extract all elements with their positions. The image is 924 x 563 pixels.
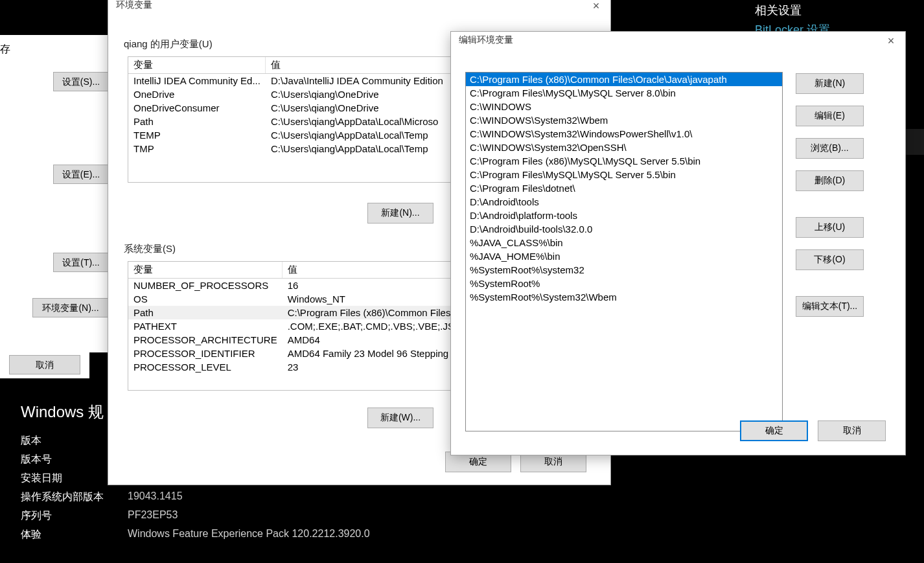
- bg-strip: 取消: [0, 352, 89, 378]
- settings-s-button[interactable]: 设置(S)...: [53, 72, 109, 91]
- var-name-cell: IntelliJ IDEA Community Ed...: [128, 74, 266, 88]
- var-name-cell: PROCESSOR_ARCHITECTURE: [128, 333, 283, 347]
- settings-e-button[interactable]: 设置(E)...: [53, 165, 109, 184]
- col-var-header[interactable]: 变量: [128, 57, 266, 74]
- spec-row: 序列号PF23EP53: [21, 509, 370, 523]
- path-item[interactable]: C:\Program Files (x86)\MySQL\MySQL Serve…: [466, 154, 782, 168]
- edit-text-button[interactable]: 编辑文本(T)...: [796, 296, 864, 317]
- bg-strip: 设置(T)...: [0, 250, 110, 276]
- move-up-button[interactable]: 上移(U): [796, 217, 864, 238]
- spec-row: 操作系统内部版本19043.1415: [21, 490, 370, 504]
- path-item[interactable]: %SystemRoot%\system32: [466, 263, 782, 277]
- cancel-bg-button[interactable]: 取消: [9, 355, 80, 374]
- path-item[interactable]: C:\Program Files (x86)\Common Files\Orac…: [466, 73, 782, 86]
- spec-label: 体验: [21, 528, 128, 542]
- edit-ok-button[interactable]: 确定: [740, 420, 808, 441]
- path-item[interactable]: C:\WINDOWS\System32\OpenSSH\: [466, 141, 782, 154]
- sys-vars-label: 系统变量(S): [124, 243, 176, 255]
- var-name-cell: Path: [128, 115, 266, 128]
- related-settings-label: 相关设置: [755, 3, 802, 18]
- var-name-cell: Path: [128, 306, 283, 319]
- path-item[interactable]: %SystemRoot%\System32\Wbem: [466, 290, 782, 304]
- path-item[interactable]: %SystemRoot%: [466, 277, 782, 290]
- bg-strip: 存: [0, 35, 110, 66]
- spec-label: 序列号: [21, 509, 128, 523]
- var-name-cell: NUMBER_OF_PROCESSORS: [128, 279, 283, 293]
- edit-path-button[interactable]: 编辑(E): [796, 106, 864, 126]
- var-name-cell: PROCESSOR_LEVEL: [128, 360, 283, 374]
- path-item[interactable]: D:\Android\build-tools\32.0.0: [466, 222, 782, 236]
- path-item[interactable]: %JAVA_HOME%\bin: [466, 249, 782, 263]
- bg-strip: 设置(S)...: [0, 66, 110, 97]
- path-item[interactable]: C:\Program Files\dotnet\: [466, 181, 782, 195]
- new-user-var-button[interactable]: 新建(N)...: [367, 203, 433, 224]
- path-item[interactable]: %JAVA_CLASS%\bin: [466, 236, 782, 249]
- new-path-button[interactable]: 新建(N): [796, 73, 864, 94]
- bg-strip: [0, 97, 110, 162]
- bg-strip: [0, 188, 110, 250]
- bg-strip: [0, 321, 110, 352]
- save-label: 存: [0, 43, 10, 56]
- spec-row: 体验Windows Feature Experience Pack 120.22…: [21, 528, 370, 542]
- var-name-cell: OneDrive: [128, 87, 266, 101]
- var-name-cell: PROCESSOR_IDENTIFIER: [128, 347, 283, 360]
- var-name-cell: TMP: [128, 142, 266, 155]
- path-item[interactable]: C:\Program Files\MySQL\MySQL Server 5.5\…: [466, 168, 782, 181]
- user-vars-label: qiang 的用户变量(U): [124, 38, 213, 51]
- path-item[interactable]: D:\Android\tools: [466, 195, 782, 209]
- path-item[interactable]: D:\Android\platform-tools: [466, 209, 782, 222]
- var-name-cell: OneDriveConsumer: [128, 101, 266, 115]
- path-item[interactable]: C:\Program Files\MySQL\MySQL Server 8.0\…: [466, 86, 782, 100]
- path-item[interactable]: C:\WINDOWS\System32\WindowsPowerShell\v1…: [466, 127, 782, 141]
- edit-cancel-button[interactable]: 取消: [818, 420, 886, 441]
- new-sys-var-button[interactable]: 新建(W)...: [367, 408, 433, 428]
- settings-t-button[interactable]: 设置(T)...: [53, 253, 109, 272]
- edit-dialog-title: 编辑环境变量: [459, 34, 513, 46]
- close-icon[interactable]: ×: [881, 34, 901, 50]
- var-name-cell: TEMP: [128, 128, 266, 142]
- delete-path-button[interactable]: 删除(D): [796, 170, 864, 191]
- env-dialog-title: 环境变量: [116, 0, 152, 11]
- move-down-button[interactable]: 下移(O): [796, 249, 864, 270]
- env-vars-button[interactable]: 环境变量(N)...: [32, 298, 109, 317]
- close-icon[interactable]: ×: [586, 0, 606, 15]
- var-name-cell: PATHEXT: [128, 319, 283, 333]
- path-item[interactable]: C:\WINDOWS: [466, 100, 782, 113]
- path-item[interactable]: C:\WINDOWS\System32\Wbem: [466, 113, 782, 127]
- var-name-cell: OS: [128, 292, 283, 306]
- spec-value: Windows Feature Experience Pack 120.2212…: [128, 528, 370, 542]
- edit-env-dialog: 编辑环境变量 × C:\Program Files (x86)\Common F…: [450, 31, 906, 455]
- path-listbox[interactable]: C:\Program Files (x86)\Common Files\Orac…: [465, 72, 783, 431]
- spec-value: 19043.1415: [128, 490, 183, 504]
- spec-value: PF23EP53: [128, 509, 178, 523]
- bg-strip: [0, 276, 110, 295]
- col-var-header[interactable]: 变量: [128, 262, 283, 279]
- bg-strip: 环境变量(N)...: [0, 295, 110, 321]
- bg-strip: 设置(E)...: [0, 162, 110, 188]
- browse-path-button[interactable]: 浏览(B)...: [796, 138, 864, 159]
- spec-label: 操作系统内部版本: [21, 490, 128, 504]
